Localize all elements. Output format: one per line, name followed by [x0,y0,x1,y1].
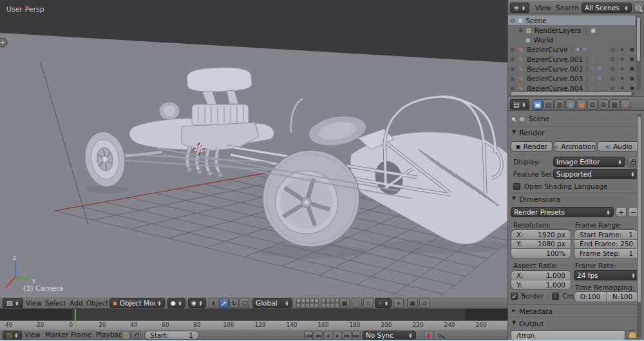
dimensions-section-header[interactable]: ▼ Dimensions .... [512,195,638,204]
layers-widget[interactable] [296,298,344,307]
remap-new-field[interactable]: ‹N:100› [607,292,638,302]
manipulator-toggle[interactable]: ⋔ [209,298,218,308]
menu-add[interactable]: Add [68,298,84,309]
mode-dropdown[interactable]: ◼ Object Mode ▲▼ [109,298,165,308]
panel-grip[interactable]: .... [628,307,638,316]
tab-constraints[interactable]: ⧉ [587,99,598,110]
tl-menu-view[interactable]: View [23,330,42,340]
rotate-manipulator-button[interactable]: ↻ [229,298,239,308]
outliner-row-beziercurve002[interactable]: ⊕ ∿ BezierCurve.002 | ∘ ⚙ ⊙ ➤ ▣ [508,64,644,73]
prev-keyframe-button[interactable]: ◀◀ [314,331,323,340]
resolution-percent-field[interactable]: 100% [511,249,571,258]
opengl-render-anim-button[interactable]: ▱ [419,298,430,308]
end-frame-setting-field[interactable]: ‹End Frame: 250› [574,240,638,249]
border-checkbox[interactable]: ✓ [511,293,518,300]
menu-view[interactable]: View [24,298,43,309]
expand-icon[interactable]: ⊕ [510,46,515,53]
opengl-render-still-button[interactable]: ▣ [407,298,418,308]
metadata-section-header[interactable]: ► Metadata .... [512,307,638,316]
tab-render[interactable]: ▣ [533,99,543,110]
jump-to-start-button[interactable]: |◀◀ [304,331,313,340]
outliner-menu-view[interactable]: View [534,3,553,14]
time-lock-button[interactable] [131,331,141,340]
scene-lock-button[interactable]: ▣ [339,298,350,308]
panel-grip[interactable]: .... [628,129,638,137]
properties-vscrollbar[interactable] [637,113,641,338]
snap-target-button[interactable]: ⌖ [393,298,404,308]
render-restrict-icon[interactable]: ▣ [630,66,635,72]
panel-grip[interactable]: .... [628,195,638,204]
cursor-select-icon[interactable]: ➤ [619,75,626,81]
eye-icon[interactable]: ⊙ [610,85,615,92]
render-restrict-icon[interactable]: ▣ [630,46,635,52]
viewport-canvas[interactable]: z y [0,0,507,297]
editor-type-selector-outliner[interactable]: ≣▲▼ [510,3,529,13]
pin-icon[interactable] [511,116,516,121]
tl-menu-marker[interactable]: Marker [44,330,70,340]
current-frame-cursor[interactable] [75,309,76,329]
expand-icon[interactable]: ⊕ [510,85,515,92]
auto-keyframe-button[interactable]: ● [424,331,434,340]
editor-type-selector-properties[interactable]: ▤▲▼ [510,99,529,110]
outliner-vscrollbar[interactable] [636,15,641,90]
expand-icon[interactable]: ⊕ [510,56,515,63]
translate-manipulator-button[interactable]: ↗ [219,298,229,308]
eye-icon[interactable]: ⊙ [610,46,615,53]
tl-menu-frame[interactable]: Frame [70,330,93,340]
viewport-shading-dropdown[interactable]: ● ▲▼ [167,298,185,308]
eye-icon[interactable]: ⊙ [610,56,615,63]
menu-select[interactable]: Select [44,298,67,309]
feature-set-dropdown[interactable]: Supported ▲▼ [553,169,638,179]
tab-render-layers[interactable]: ▤ [544,99,554,110]
aspect-x-field[interactable]: ‹X: 1.000› [511,271,571,280]
collapse-icon[interactable]: ⊖ [510,17,515,24]
outliner-row-beziercurve003[interactable]: ⊕ ∿ BezierCurve.003 | ∘ ⚙ ⊙ ➤ ▣ [508,73,644,83]
tab-world[interactable]: ● [565,99,576,110]
cursor-select-icon[interactable]: ➤ [619,84,626,91]
preview-range-button[interactable]: ◷ [121,331,131,340]
cursor-select-icon[interactable]: ➤ [619,65,626,72]
next-keyframe-button[interactable]: ▶▶ [343,331,352,340]
tab-object[interactable]: ◼ [576,99,587,110]
display-dropdown[interactable]: Image Editor ▲▼ [553,157,625,167]
expand-icon[interactable]: ⊕ [510,66,515,72]
crop-checkbox[interactable] [552,293,559,300]
tab-modifiers[interactable]: ⚙ [598,99,609,110]
outliner-row-renderlayers[interactable]: ⊕ ▤ RenderLayers | ▣ [508,25,635,35]
keying-set-button[interactable] [435,331,447,340]
eye-icon[interactable]: ⊙ [610,66,615,72]
viewport-3d[interactable]: z y User Persp (3) Camera + [0,0,507,297]
outliner-search-button[interactable] [633,3,644,13]
snap-toggle-button[interactable]: ∩ [363,298,374,308]
expand-icon[interactable]: ⊕ [518,27,524,34]
scenes-filter-dropdown[interactable]: All Scenes ▲▼ [582,3,632,13]
proportional-edit-button[interactable]: ◯ [352,298,362,308]
tab-scene[interactable]: ◍ [554,99,565,110]
output-path-field[interactable]: /tmp\ [511,330,625,340]
audio-button[interactable]: ◀) Audio [598,141,639,151]
eye-icon[interactable]: ⊙ [610,75,615,82]
outliner-row-beziercurve[interactable]: ⊕ ∿ BezierCurve | ∨ ⚙ ⊙ ➤ ▣ [508,44,644,54]
resolution-x-field[interactable]: ‹X: 1920 px› [511,230,571,240]
menu-object[interactable]: Object [85,298,109,309]
pivot-point-dropdown[interactable]: ◉ ▲▼ [188,298,206,308]
timeline-ruler[interactable]: -40 -20 0 20 40 60 80 100 120 140 160 18… [0,320,507,329]
transform-orientation-dropdown[interactable]: Global ▲▼ [252,298,292,308]
outliner-row-world[interactable]: ● World [508,35,635,44]
render-section-header[interactable]: ▼ Render .... [512,129,638,137]
osl-checkbox[interactable] [513,183,520,190]
render-button[interactable]: ▣ Render [511,141,553,151]
output-section-header[interactable]: ▼ Output .... [512,320,638,328]
animation-button[interactable]: ▱ Animation [554,141,596,151]
outliner-row-beziercurve001[interactable]: ⊕ ∿ BezierCurve.001 | ∘ ⊙ ➤ ▣ [508,54,644,64]
timeline-band[interactable] [0,309,507,320]
render-restrict-icon[interactable]: ▣ [630,75,635,81]
render-restrict-icon[interactable]: ▣ [630,56,635,62]
remap-old-field[interactable]: ‹O:100› [574,292,607,302]
outliner-hscrollbar[interactable] [509,92,635,96]
tab-texture[interactable]: ▦ [609,99,620,110]
frame-rate-dropdown[interactable]: 24 fps ▲▼ [574,270,639,280]
play-reverse-button[interactable]: ◀ [323,331,332,340]
editor-type-selector-3dview[interactable]: ▧▲▼ [3,298,23,308]
render-presets-dropdown[interactable]: Render Presets ▲▼ [511,207,614,217]
